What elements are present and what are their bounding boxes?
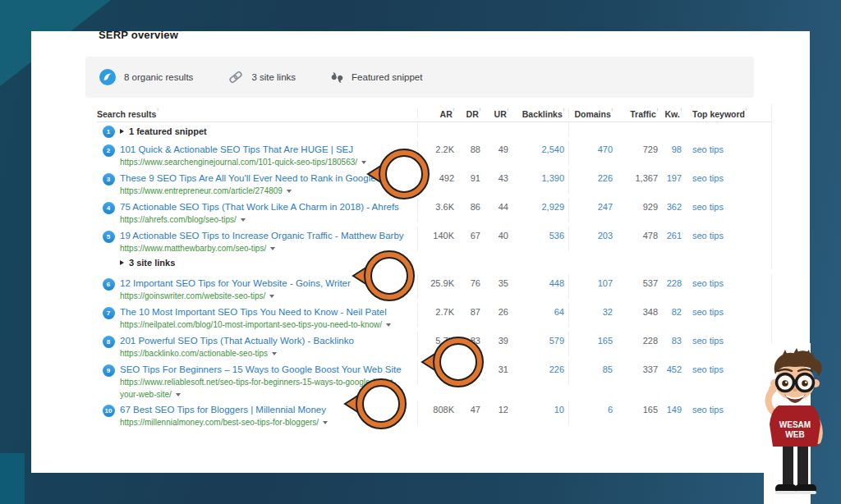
serp-summary-bar: 8 organic results 3 site links Featured … [85,57,754,98]
column-header-ur[interactable]: UR [485,108,512,119]
table-row: 4 75 Actionable SEO Tips (That Work Like… [97,198,772,227]
column-header-search-results[interactable]: Search results [97,108,417,119]
result-position-badge: 9 [103,364,115,377]
pointer-annotation [342,377,407,431]
result-title-link[interactable]: 75 Actionable SEO Tips (That Work Like A… [120,201,409,213]
domains-value[interactable]: 226 [568,169,617,194]
url-dropdown-icon[interactable] [272,352,277,355]
traffic-value: 165 [617,401,662,425]
result-title-link[interactable]: SEO Tips For Beginners – 15 Ways to Goog… [120,364,409,376]
ur-value: 26 [485,303,512,328]
ur-value: 12 [485,401,512,425]
backlinks-value[interactable]: 10 [512,401,568,425]
result-url-link[interactable]: https://www.entrepreneur.com/article/274… [120,186,283,195]
top-keyword-link[interactable]: seo tips [692,405,724,415]
result-position-badge: 8 [103,336,115,348]
result-url-link[interactable]: https://ahrefs.com/blog/seo-tips/ [120,215,237,224]
organic-results-label: 8 organic results [124,72,193,82]
kw-value[interactable]: 98 [662,140,686,165]
traffic-value: 1,367 [617,169,662,194]
domains-value[interactable]: 470 [568,140,617,165]
result-url-link[interactable]: https://backlinko.com/actionable-seo-tip… [120,349,268,358]
top-keyword-link[interactable]: seo tips [692,278,724,288]
result-url-link[interactable]: https://www.matthewbarby.com/seo-tips/ [120,244,266,253]
top-keyword-link[interactable]: seo tips [692,144,724,154]
backlinks-value[interactable]: 1,390 [512,169,568,194]
featured-snippet-summary: Featured snippet [330,71,422,84]
result-url-link[interactable]: https://goinswriter.com/website-seo-tips… [120,291,265,300]
mascot-character: WESAM WEB [757,348,833,504]
result-position-badge: 3 [103,173,115,186]
kw-value[interactable]: 82 [662,303,686,328]
kw-value[interactable]: 261 [662,227,686,251]
column-header-top-keyword[interactable]: Top keyword [686,108,772,119]
url-dropdown-icon[interactable] [323,421,328,424]
result-position-badge: 10 [103,405,115,417]
featured-snippet-label: Featured snippet [352,72,422,82]
featured-snippet-group-toggle[interactable]: 1 featured snippet [120,125,409,138]
column-header-domains[interactable]: Domains [568,108,617,119]
column-header-backlinks[interactable]: Backlinks [512,108,568,119]
mascot-shirt-text-top: WESAM [779,420,811,429]
column-header-dr[interactable]: DR [458,108,485,119]
result-title-link[interactable]: 201 Powerful SEO Tips (That Actually Wor… [120,335,409,347]
domains-value[interactable]: 107 [568,274,617,299]
domains-value[interactable]: 203 [568,227,617,251]
url-dropdown-icon[interactable] [176,393,181,396]
table-row: 6 12 Important SEO Tips for Your Website… [97,274,772,303]
domains-value[interactable]: 32 [568,303,617,328]
url-dropdown-icon[interactable] [386,323,391,327]
backlinks-value[interactable]: 448 [512,274,568,299]
kw-value[interactable]: 362 [662,198,686,222]
table-row: 1 1 featured snippet [97,122,772,140]
result-url-link[interactable]: https://neilpatel.com/blog/10-most-impor… [120,320,382,329]
background-accent-bottom-left [0,453,25,504]
backlinks-value[interactable]: 2,540 [512,140,568,165]
top-keyword-link[interactable]: seo tips [692,231,724,241]
backlinks-value[interactable]: 536 [512,227,568,251]
domains-value[interactable]: 6 [568,401,617,425]
url-dropdown-icon[interactable] [270,247,275,250]
backlinks-value[interactable]: 226 [512,360,568,385]
traffic-value: 228 [617,332,662,356]
kw-value[interactable]: 197 [662,169,686,194]
domains-value[interactable]: 85 [568,360,617,385]
organic-results-icon [99,68,117,86]
result-url-link[interactable]: https://www.searchenginejournal.com/101-… [120,158,357,167]
pointer-annotation [350,249,416,303]
group-label: 3 site links [129,256,175,269]
domains-value[interactable]: 247 [568,198,617,222]
dr-value: 67 [458,227,485,251]
result-title-link[interactable]: The 10 Most Important SEO Tips You Need … [120,306,409,318]
kw-value[interactable]: 228 [662,274,686,299]
backlinks-value[interactable]: 579 [512,332,568,356]
kw-value[interactable]: 452 [662,360,686,385]
kw-value[interactable]: 83 [662,332,686,356]
result-title-link[interactable]: 19 Actionable SEO Tips to Increase Organ… [120,230,409,242]
top-keyword-link[interactable]: seo tips [692,364,724,374]
backlinks-value[interactable]: 64 [512,303,568,328]
column-header-traffic[interactable]: Traffic [617,108,662,119]
top-keyword-link[interactable]: seo tips [692,307,724,317]
dr-value: 47 [458,401,485,425]
backlinks-value[interactable]: 2,929 [512,198,568,222]
url-dropdown-icon[interactable] [287,190,292,193]
result-url-link[interactable]: https://millennialmoney.com/best-seo-tip… [120,418,319,427]
result-position-badge: 5 [103,231,115,243]
dr-value: 88 [458,140,485,165]
top-keyword-link[interactable]: seo tips [692,173,724,183]
kw-value[interactable]: 149 [662,401,686,425]
url-dropdown-icon[interactable] [241,218,246,222]
url-dropdown-icon[interactable] [269,295,274,298]
top-keyword-link[interactable]: seo tips [692,202,724,212]
traffic-value: 929 [617,198,662,222]
table-row: 2 101 Quick & Actionable SEO Tips That A… [97,140,772,169]
ur-value: 35 [485,274,512,299]
traffic-value: 537 [617,274,662,299]
table-header-row: Search results AR DR UR Backlinks Domain… [97,104,772,122]
serp-overview-panel: SERP overview 8 organic results 3 site l… [31,31,810,473]
top-keyword-link[interactable]: seo tips [692,336,724,346]
column-header-kw[interactable]: Kw. [662,108,686,119]
domains-value[interactable]: 165 [568,332,617,356]
column-header-ar[interactable]: AR [417,108,458,119]
